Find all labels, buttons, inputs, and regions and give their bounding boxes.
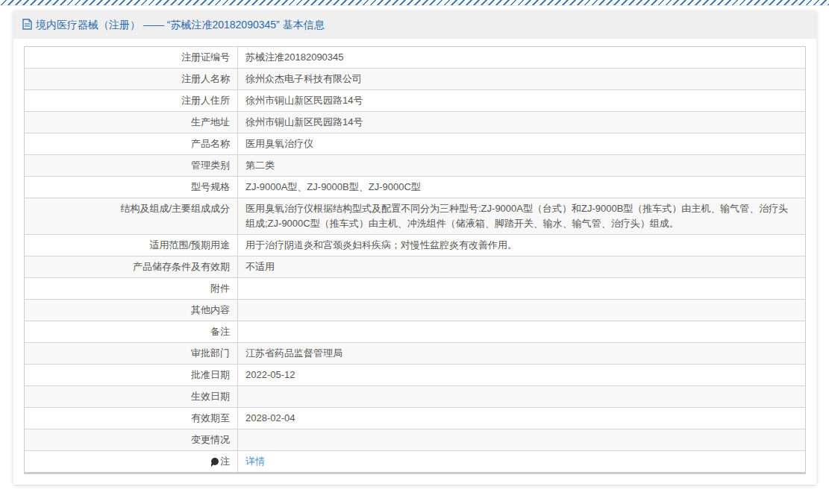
page-title-bar: 境内医疗器械（注册） —— “苏械注准20182090345” 基本信息	[13, 10, 816, 39]
row-label-text: 结构及组成/主要组成成分	[120, 203, 230, 214]
row-label-text: 适用范围/预期用途	[149, 239, 230, 251]
table-row: 注册人住所 徐州市铜山新区民园路14号	[25, 89, 805, 111]
row-value	[238, 321, 805, 342]
row-label: 有效期至	[25, 408, 238, 429]
page-title: 境内医疗器械（注册） —— “苏械注准20182090345” 基本信息	[36, 19, 325, 31]
row-label-text: 审批部门	[191, 347, 230, 359]
row-label: 变更情况	[25, 429, 238, 450]
row-label-text: 型号规格	[191, 181, 230, 192]
row-label-text: 生产地址	[191, 116, 230, 127]
table-row: 有效期至 2028-02-04	[25, 407, 805, 429]
table-row: 附件	[25, 277, 805, 299]
table-row: 备注	[25, 321, 805, 342]
table-row: 型号规格 ZJ-9000A型、ZJ-9000B型、ZJ-9000C型	[25, 176, 805, 198]
table-row: 产品储存条件及有效期 不适用	[25, 256, 805, 277]
table-row: 结构及组成/主要组成成分 医用臭氧治疗仪根据结构型式及配置不同分为三种型号:ZJ…	[25, 198, 805, 234]
row-label-text: 变更情况	[191, 434, 230, 445]
row-value: 2028-02-04	[238, 408, 805, 429]
info-table-body: 注册证编号 苏械注准20182090345 注册人名称 徐州众杰电子科技有限公司…	[25, 47, 805, 472]
row-label-text: 生效日期	[191, 391, 230, 402]
table-row: 管理类别 第二类	[25, 154, 805, 176]
row-label-text: 批准日期	[191, 369, 230, 380]
row-label: 备注	[25, 321, 238, 342]
table-row: 其他内容	[25, 299, 805, 321]
row-label-text: 注册人住所	[181, 95, 230, 106]
row-value: 江苏省药品监督管理局	[238, 343, 805, 364]
row-label: 产品储存条件及有效期	[25, 256, 238, 277]
row-value: 徐州市铜山新区民园路14号	[238, 112, 805, 133]
row-value: 第二类	[238, 155, 805, 176]
row-label-text: 产品名称	[191, 138, 230, 149]
row-label-text: 注册人名称	[181, 73, 230, 84]
row-value: 医用臭氧治疗仪根据结构型式及配置不同分为三种型号:ZJ-9000A型（台式）和Z…	[238, 198, 805, 234]
note-balloon-icon	[211, 458, 219, 465]
row-label-text: 备注	[210, 326, 230, 337]
row-value	[238, 278, 805, 299]
row-label: 注册证编号	[25, 47, 238, 68]
decorative-stripe-bar	[0, 0, 829, 6]
row-value: 不适用	[238, 256, 805, 277]
row-value: 详情	[238, 451, 805, 472]
row-value	[238, 386, 805, 407]
row-label: 其他内容	[25, 300, 238, 321]
row-value	[238, 429, 805, 450]
row-value: 徐州市铜山新区民园路14号	[238, 90, 805, 111]
document-icon	[22, 12, 32, 40]
row-label: 生效日期	[25, 386, 238, 407]
row-label: 注册人住所	[25, 90, 238, 111]
info-table: 注册证编号 苏械注准20182090345 注册人名称 徐州众杰电子科技有限公司…	[24, 46, 806, 474]
row-label: 附件	[25, 278, 238, 299]
table-row: 变更情况	[25, 429, 805, 450]
table-row: 注册人名称 徐州众杰电子科技有限公司	[25, 68, 805, 89]
row-label: 生产地址	[25, 112, 238, 133]
row-label: 产品名称	[25, 133, 238, 154]
row-value: 医用臭氧治疗仪	[238, 133, 805, 154]
row-value: 徐州众杰电子科技有限公司	[238, 69, 805, 89]
row-label: 适用范围/预期用途	[25, 235, 238, 256]
row-label: 批准日期	[25, 365, 238, 385]
row-value: 2022-05-12	[238, 365, 805, 385]
row-label-text: 注	[220, 456, 230, 467]
row-value	[238, 300, 805, 321]
table-row: 生效日期	[25, 385, 805, 407]
row-label-text: 管理类别	[191, 160, 230, 171]
row-value: 苏械注准20182090345	[238, 47, 805, 68]
row-label: 审批部门	[25, 343, 238, 364]
table-row: 产品名称 医用臭氧治疗仪	[25, 133, 805, 154]
table-row: 注册证编号 苏械注准20182090345	[25, 47, 805, 68]
row-label-text: 其他内容	[191, 304, 230, 315]
table-row: 生产地址 徐州市铜山新区民园路14号	[25, 111, 805, 133]
row-value: ZJ-9000A型、ZJ-9000B型、ZJ-9000C型	[238, 177, 805, 198]
table-row: 审批部门 江苏省药品监督管理局	[25, 342, 805, 364]
row-label: 注	[25, 451, 238, 472]
table-row: 批准日期 2022-05-12	[25, 364, 805, 385]
row-value: 用于治疗阴道炎和宫颈炎妇科疾病；对慢性盆腔炎有改善作用。	[238, 235, 805, 256]
row-label-text: 附件	[210, 283, 230, 294]
row-label: 型号规格	[25, 177, 238, 198]
registration-info-card: 境内医疗器械（注册） —— “苏械注准20182090345” 基本信息 注册证…	[13, 10, 816, 485]
row-label-text: 有效期至	[191, 412, 230, 423]
table-row: 注 详情	[25, 450, 805, 472]
row-label-text: 注册证编号	[181, 51, 230, 63]
detail-link[interactable]: 详情	[245, 456, 265, 467]
row-label: 注册人名称	[25, 69, 238, 89]
row-label-text: 产品储存条件及有效期	[133, 261, 230, 272]
row-label: 结构及组成/主要组成成分	[25, 198, 238, 234]
table-row: 适用范围/预期用途 用于治疗阴道炎和宫颈炎妇科疾病；对慢性盆腔炎有改善作用。	[25, 234, 805, 256]
row-label: 管理类别	[25, 155, 238, 176]
